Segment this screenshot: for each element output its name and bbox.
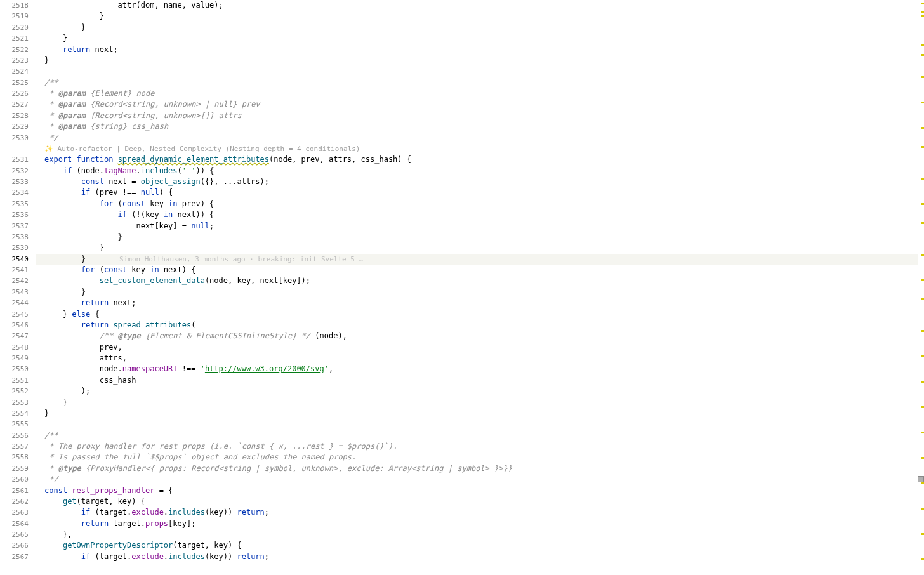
code-line[interactable]: } — [36, 11, 924, 22]
minimap-warning-mark[interactable] — [921, 254, 924, 256]
git-blame-inlay[interactable]: Simon Holthausen, 3 months ago · breakin… — [86, 255, 363, 263]
line-number[interactable]: 2539 — [0, 242, 29, 253]
line-number[interactable]: 2523 — [0, 55, 29, 66]
line-number[interactable]: 2549 — [0, 353, 29, 364]
code-line[interactable]: } — [36, 287, 924, 298]
code-line[interactable]: } — [36, 242, 924, 253]
code-line[interactable]: css_hash — [36, 375, 924, 386]
code-line[interactable]: } — [36, 55, 924, 66]
code-line[interactable]: getOwnPropertyDescriptor(target, key) { — [36, 540, 924, 551]
line-number[interactable]: 2527 — [0, 99, 29, 110]
minimap-warning-mark[interactable] — [921, 508, 924, 510]
code-line[interactable]: * Is passed the full `$$props` object an… — [36, 452, 924, 463]
code-line[interactable]: node.namespaceURI !== 'http://www.w3.org… — [36, 364, 924, 374]
minimap-warning-mark[interactable] — [921, 102, 924, 103]
code-line[interactable]: } — [36, 408, 924, 419]
code-line[interactable]: * @param {Record<string, unknown> | null… — [36, 99, 924, 110]
minimap-warning-mark[interactable] — [921, 330, 924, 332]
minimap-warning-mark[interactable] — [921, 44, 924, 46]
minimap-warning-mark[interactable] — [921, 178, 924, 180]
code-editor[interactable]: 2518251925202521252225232524252525262527… — [0, 0, 924, 575]
line-number[interactable]: 2551 — [0, 375, 29, 386]
code-line[interactable]: } — [36, 33, 924, 44]
code-line[interactable]: * @param {Record<string, unknown>[]} att… — [36, 110, 924, 121]
line-number[interactable]: 2566 — [0, 540, 29, 551]
code-line[interactable]: attrs, — [36, 353, 924, 364]
line-number[interactable]: 2531 — [0, 154, 29, 165]
line-number[interactable]: 2522 — [0, 44, 29, 55]
code-line[interactable]: } — [36, 397, 924, 408]
code-line[interactable]: /** — [36, 430, 924, 441]
line-number[interactable]: 2560 — [0, 474, 29, 485]
line-number[interactable]: 2528 — [0, 110, 29, 121]
line-number[interactable]: 2558 — [0, 452, 29, 463]
line-number[interactable]: 2556 — [0, 430, 29, 441]
code-line[interactable] — [36, 66, 924, 77]
line-number[interactable]: 2540 — [0, 254, 29, 265]
minimap-warning-mark[interactable] — [921, 279, 924, 281]
line-number[interactable]: 2536 — [0, 209, 29, 220]
line-number[interactable]: 2548 — [0, 342, 29, 353]
line-number[interactable]: 2542 — [0, 275, 29, 286]
line-number[interactable]: 2534 — [0, 187, 29, 198]
line-number[interactable]: 2532 — [0, 166, 29, 176]
code-line[interactable]: if (target.exclude.includes(key)) return… — [36, 507, 924, 518]
minimap-warning-mark[interactable] — [921, 533, 924, 535]
code-line[interactable]: /** @type {Element & ElementCSSInlineSty… — [36, 331, 924, 341]
minimap-warning-mark[interactable] — [921, 355, 924, 357]
line-number[interactable]: 2544 — [0, 298, 29, 308]
minimap-scrollbar[interactable] — [918, 0, 924, 575]
line-number[interactable]: 2529 — [0, 121, 29, 132]
line-number[interactable]: 2555 — [0, 419, 29, 430]
line-number[interactable]: 2537 — [0, 221, 29, 232]
code-line[interactable]: if (prev !== null) { — [36, 187, 924, 198]
minimap-warning-mark[interactable] — [921, 432, 924, 433]
minimap-warning-mark[interactable] — [921, 457, 924, 459]
line-number[interactable]: 2547 — [0, 331, 29, 341]
code-line[interactable]: set_custom_element_data(node, key, next[… — [36, 275, 924, 286]
code-line[interactable]: export function spread_dynamic_element_a… — [36, 154, 924, 165]
line-number[interactable]: 2520 — [0, 22, 29, 33]
code-line[interactable]: * @param {string} css_hash — [36, 121, 924, 132]
minimap-warning-mark[interactable] — [921, 381, 924, 383]
code-line[interactable]: * @type {ProxyHandler<{ props: Record<st… — [36, 463, 924, 474]
minimap-warning-mark[interactable] — [921, 203, 924, 205]
code-line[interactable]: } — [36, 232, 924, 242]
code-line[interactable]: */ — [36, 133, 924, 143]
line-number[interactable]: 2521 — [0, 33, 29, 44]
code-line[interactable]: /** — [36, 77, 924, 88]
line-number[interactable]: 2524 — [0, 66, 29, 77]
line-number[interactable]: 2554 — [0, 408, 29, 419]
code-line[interactable]: } else { — [36, 309, 924, 320]
line-number[interactable]: 2533 — [0, 176, 29, 187]
line-number[interactable]: 2526 — [0, 88, 29, 99]
code-line[interactable]: const next = object_assign({}, ...attrs)… — [36, 176, 924, 187]
line-number[interactable]: 2541 — [0, 265, 29, 275]
code-line[interactable]: } — [36, 22, 924, 33]
line-number[interactable]: 2552 — [0, 386, 29, 397]
minimap-warning-mark[interactable] — [921, 11, 924, 13]
line-number[interactable]: 2561 — [0, 486, 29, 496]
minimap-warning-mark[interactable] — [921, 482, 924, 484]
minimap-warning-mark[interactable] — [921, 127, 924, 129]
line-number[interactable]: 2557 — [0, 441, 29, 452]
line-number[interactable]: 2567 — [0, 552, 29, 562]
line-number[interactable]: 2543 — [0, 287, 29, 298]
line-number[interactable]: 2563 — [0, 507, 29, 518]
code-line[interactable]: const rest_props_handler = { — [36, 486, 924, 496]
code-line[interactable]: } Simon Holthausen, 3 months ago · break… — [36, 254, 924, 265]
line-number[interactable]: 2525 — [0, 77, 29, 88]
line-number[interactable]: 2553 — [0, 397, 29, 408]
line-number[interactable]: 2562 — [0, 496, 29, 507]
code-line[interactable]: */ — [36, 474, 924, 485]
minimap-warning-mark[interactable] — [921, 298, 924, 300]
line-number[interactable]: 2545 — [0, 309, 29, 320]
code-line[interactable]: prev, — [36, 342, 924, 353]
line-number[interactable]: 2565 — [0, 529, 29, 540]
code-content-area[interactable]: attr(dom, name, value); } } } return nex… — [36, 0, 924, 575]
line-number[interactable]: 2538 — [0, 232, 29, 242]
code-line[interactable]: * @param {Element} node — [36, 88, 924, 99]
line-number[interactable]: 2530 — [0, 133, 29, 143]
code-line[interactable]: * The proxy handler for rest props (i.e.… — [36, 441, 924, 452]
minimap-warning-mark[interactable] — [921, 222, 924, 224]
